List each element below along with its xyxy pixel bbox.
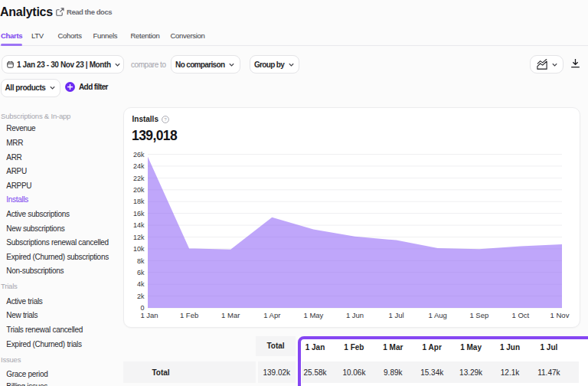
svg-text:1 Apr: 1 Apr — [263, 311, 280, 319]
svg-text:1 Nov: 1 Nov — [550, 311, 570, 319]
svg-text:10k: 10k — [133, 245, 145, 253]
svg-text:2k: 2k — [137, 293, 145, 300]
svg-text:22k: 22k — [133, 175, 145, 182]
svg-text:1 Mar: 1 Mar — [221, 311, 240, 319]
svg-text:14k: 14k — [133, 221, 145, 229]
svg-text:1 Aug: 1 Aug — [429, 311, 447, 319]
svg-text:20k: 20k — [133, 186, 145, 194]
svg-text:4k: 4k — [137, 280, 145, 288]
svg-text:8k: 8k — [137, 257, 145, 265]
svg-text:1 Jul: 1 Jul — [389, 311, 404, 319]
svg-text:1 Oct: 1 Oct — [512, 311, 530, 319]
svg-text:1 May: 1 May — [303, 311, 323, 319]
svg-text:16k: 16k — [133, 210, 145, 218]
svg-text:12k: 12k — [133, 234, 145, 241]
svg-text:1 Sep: 1 Sep — [469, 311, 488, 319]
svg-text:24k: 24k — [133, 162, 145, 170]
svg-text:6k: 6k — [137, 269, 145, 276]
svg-text:1 Feb: 1 Feb — [180, 311, 198, 319]
svg-text:26k: 26k — [133, 151, 145, 159]
svg-text:1 Jun: 1 Jun — [346, 311, 364, 319]
svg-text:1 Jan: 1 Jan — [140, 311, 158, 319]
svg-text:18k: 18k — [133, 198, 145, 205]
